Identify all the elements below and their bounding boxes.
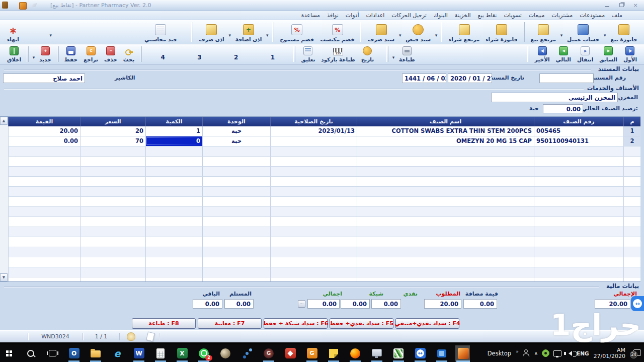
task-view-button[interactable] bbox=[46, 347, 58, 359]
minimize-button[interactable] bbox=[604, 2, 611, 9]
taskbar-sticky-notes[interactable] bbox=[328, 347, 340, 359]
store-field[interactable]: المخزن الرئيسي bbox=[491, 93, 618, 102]
cash-field[interactable]: 0.00 bbox=[371, 299, 401, 309]
dropdown-arrow-icon[interactable]: ▾ bbox=[434, 27, 439, 38]
earned-discount-button[interactable]: خصم مكتسب bbox=[317, 20, 358, 44]
stock-in-permit-button[interactable]: اذن اضافة bbox=[232, 20, 265, 44]
taskbar-search-button[interactable] bbox=[25, 347, 37, 359]
unit-cell[interactable]: حبة bbox=[202, 136, 270, 146]
menu-pos[interactable]: نقاط بيع bbox=[474, 11, 501, 20]
taskbar-calculator[interactable] bbox=[154, 347, 167, 359]
dropdown-arrow-icon[interactable]: ▾ bbox=[31, 49, 36, 60]
start-button[interactable] bbox=[3, 347, 15, 359]
taskbar-internet-explorer[interactable]: e bbox=[111, 347, 123, 359]
cashier-field[interactable]: احمد صلاح bbox=[3, 74, 85, 83]
menu-tools[interactable]: أدوات bbox=[342, 11, 363, 20]
last-record-button[interactable]: |◀ الأخير bbox=[532, 44, 553, 64]
taskbar-gms-app[interactable]: G bbox=[306, 347, 318, 359]
purchase-invoice-button[interactable]: فاتورة شراء bbox=[482, 20, 520, 44]
menu-settings[interactable]: اعدادات bbox=[363, 11, 388, 20]
dropdown-arrow-icon[interactable]: ▾ bbox=[227, 27, 232, 38]
search-button[interactable]: بحث bbox=[120, 44, 138, 64]
taskbar-blue-app[interactable] bbox=[436, 347, 448, 359]
desktop-toolbar[interactable]: Desktop bbox=[488, 350, 511, 357]
item-name-cell[interactable]: OMEZYN 20 MG 15 CAP bbox=[357, 136, 534, 146]
f4-pay-cash-remainder-button[interactable]: F4 : سداد نقدي+متبقي bbox=[395, 318, 459, 329]
item-code-cell[interactable]: 9501100940131 bbox=[534, 136, 623, 146]
f6-pay-card-save-button[interactable]: F6 : سداد شبكة + حفظ bbox=[264, 318, 328, 329]
print-button[interactable]: طباعة bbox=[396, 44, 418, 64]
taskbar-chrome-app[interactable]: G bbox=[263, 347, 275, 359]
menu-banks[interactable]: البنوك bbox=[430, 11, 451, 20]
row-no-cell[interactable]: 1 bbox=[623, 126, 640, 136]
date-button[interactable]: تاريخ bbox=[358, 44, 377, 64]
taskbar-firefox[interactable] bbox=[349, 347, 361, 359]
next-record-button[interactable]: ◀ التالي bbox=[553, 44, 574, 64]
change-field[interactable]: 0.00 bbox=[193, 299, 222, 309]
menu-warehouses[interactable]: مستودعات bbox=[576, 11, 608, 20]
print-barcode-button[interactable]: طباعة باركود bbox=[318, 44, 358, 64]
menu-help[interactable]: مساعدة bbox=[298, 11, 324, 20]
new-button[interactable]: + جديد bbox=[36, 44, 54, 64]
value-cell[interactable]: 20.00 bbox=[8, 126, 80, 136]
taskbar-pharmacy-app[interactable] bbox=[457, 347, 469, 359]
card-field[interactable]: 0.00 bbox=[341, 299, 370, 309]
previous-record-button[interactable]: ▶ السابق bbox=[596, 44, 620, 64]
sale-invoice-button[interactable]: فاتورة بيع bbox=[607, 20, 640, 44]
quantity-cell[interactable]: 1 bbox=[145, 126, 202, 136]
selected-quantity-cell[interactable]: 0 bbox=[145, 136, 202, 146]
vat-field[interactable]: 0.00 bbox=[463, 299, 497, 309]
undo-button[interactable]: C تراجع bbox=[80, 44, 101, 64]
stock-out-permit-button[interactable]: اذن صرف bbox=[196, 20, 227, 44]
dropdown-arrow-icon[interactable]: ▾ bbox=[265, 27, 270, 38]
quick-button-1[interactable]: 1 bbox=[255, 48, 291, 61]
menu-treasury[interactable]: الخزينة bbox=[451, 11, 474, 20]
doc-no-field[interactable] bbox=[539, 74, 594, 83]
payment-voucher-button[interactable]: سند صرف bbox=[365, 20, 397, 44]
comment-button[interactable]: تعليق bbox=[298, 44, 318, 64]
price-cell[interactable]: 70 bbox=[80, 136, 145, 146]
people-icon[interactable] bbox=[523, 351, 528, 355]
save-button[interactable]: حفظ bbox=[61, 44, 80, 64]
received-field[interactable]: 0.00 bbox=[224, 299, 254, 309]
vertical-scrollbar[interactable]: ▲ ▼ bbox=[0, 117, 9, 281]
taskbar-teamviewer[interactable] bbox=[414, 347, 426, 359]
menu-post-transactions[interactable]: ترحيل الحركات bbox=[388, 11, 430, 20]
first-record-button[interactable]: ▶| الأول bbox=[620, 44, 640, 64]
dropdown-arrow-icon[interactable]: ▾ bbox=[397, 27, 403, 38]
taskbar-outlook[interactable]: O bbox=[68, 347, 80, 359]
quick-button-4[interactable]: 4 bbox=[144, 48, 181, 61]
action-center-button[interactable]: 24 bbox=[630, 348, 641, 358]
row-no-cell[interactable]: 2 bbox=[623, 136, 640, 146]
scroll-up-button[interactable]: ▲ bbox=[0, 117, 8, 125]
taskbar-file-explorer[interactable] bbox=[90, 347, 102, 359]
delete-button[interactable]: − حذف bbox=[101, 44, 120, 64]
taskbar-whatsapp[interactable]: 2 bbox=[198, 347, 210, 359]
language-indicator[interactable]: ENG bbox=[577, 350, 589, 356]
speaker-icon[interactable] bbox=[566, 351, 572, 356]
browse-button[interactable] bbox=[298, 300, 305, 308]
total-field[interactable]: 20.00 bbox=[595, 299, 630, 309]
overflow-chevron-icon[interactable]: » bbox=[516, 349, 519, 354]
gear-icon[interactable] bbox=[542, 350, 549, 356]
price-cell[interactable]: 20 bbox=[80, 126, 145, 136]
f5-pay-cash-save-button[interactable]: F5 : سداد نقدي+ حفظ bbox=[330, 318, 393, 329]
quick-button-3[interactable]: 3 bbox=[181, 48, 218, 61]
doc-date-gregorian-field[interactable]: 2020 / 01 / 27 bbox=[448, 74, 492, 83]
menu-file[interactable]: ملف bbox=[608, 11, 626, 20]
menu-purchases[interactable]: مشتريات bbox=[548, 11, 576, 20]
expiry-date-cell[interactable]: 2023/01/13 bbox=[270, 126, 357, 136]
menu-sales[interactable]: مبيعات bbox=[525, 11, 548, 20]
network-icon[interactable] bbox=[553, 350, 561, 356]
required-field[interactable]: 20.00 bbox=[424, 299, 461, 309]
quick-button-2[interactable]: 2 bbox=[218, 48, 255, 61]
taskbar-word[interactable]: W bbox=[133, 347, 145, 359]
restore-button[interactable] bbox=[618, 2, 625, 9]
exit-button[interactable]: ∗ انهاء bbox=[4, 20, 22, 44]
close-document-button[interactable]: اغلاق bbox=[4, 44, 24, 64]
dropdown-arrow-icon[interactable]: ▾ bbox=[48, 27, 53, 38]
f8-print-button[interactable]: F8 : طباعة bbox=[132, 318, 196, 329]
journal-entry-button[interactable]: قيد محاسبي bbox=[141, 20, 180, 44]
expiry-date-cell[interactable] bbox=[270, 136, 357, 146]
item-code-cell[interactable]: 005465 bbox=[534, 126, 623, 136]
